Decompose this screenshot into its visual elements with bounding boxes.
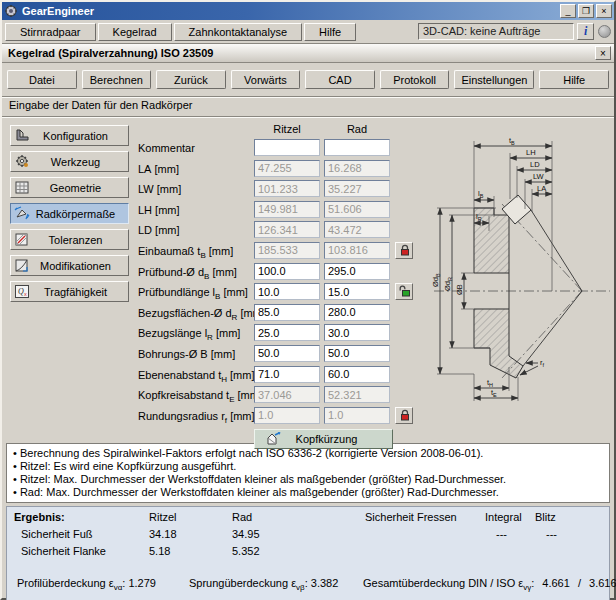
toolbar-datei[interactable]: Datei: [7, 70, 77, 89]
kommentar-ritzel-input[interactable]: [254, 139, 320, 156]
app-icon: [4, 4, 18, 18]
cad-status-field: 3D-CAD: keine Aufträge: [418, 23, 574, 40]
pruefbundlaenge-rad-input[interactable]: [324, 283, 390, 300]
sidebar-item-radkoerpermasse[interactable]: Radkörpermaße: [10, 203, 129, 224]
rundungsradius-lock-button[interactable]: [395, 407, 413, 424]
open-lock-icon: [399, 285, 411, 298]
toolbar-cad[interactable]: CAD: [305, 70, 375, 89]
minimize-button[interactable]: _: [560, 4, 576, 18]
bezugslaenge-rad-input[interactable]: [324, 324, 390, 341]
toolbar-einstellungen[interactable]: Einstellungen: [454, 70, 534, 89]
bezugsflaechen-d-rad-input[interactable]: [324, 304, 390, 321]
geometry-icon: [13, 180, 31, 196]
toolbar-zurueck[interactable]: Zurück: [156, 70, 226, 89]
frame-close-button[interactable]: ×: [595, 46, 611, 60]
dim-label-lB: lB: [478, 189, 484, 199]
gear-body-icon: [13, 206, 31, 222]
lh-ritzel-input: [254, 201, 320, 218]
form-column-headers: Ritzel Rad: [138, 119, 423, 139]
einbaumass-rad-input: [324, 242, 390, 259]
window-title: GearEngineer: [22, 5, 558, 17]
total-overlap: Gesamtüberdeckung DIN / ISO εvγ4.661 / 3…: [363, 577, 616, 592]
la-ritzel-input: [254, 160, 320, 177]
configuration-icon: [13, 128, 31, 144]
form-row-lw: LW [mm]: [138, 180, 423, 201]
form-row-la: LA [mm]: [138, 160, 423, 181]
dim-label-LW: LW: [533, 172, 545, 181]
kopfkuerzung-button[interactable]: Kopfkürzung: [254, 429, 393, 449]
menu-zahnkontaktanalyse[interactable]: Zahnkontaktanalyse: [174, 23, 302, 41]
form-row-lh: LH [mm]: [138, 201, 423, 222]
toolbar-protokoll[interactable]: Protokoll: [380, 70, 450, 89]
kommentar-rad-input[interactable]: [324, 139, 390, 156]
form-row-bezugslaenge: Bezugslänge lR [mm]: [138, 324, 423, 345]
form-row-pruefbundlaenge: Prüfbundlänge lB [mm]: [138, 283, 423, 304]
result-row-label: Sicherheit Fuß: [21, 528, 93, 540]
closed-lock-icon: [399, 244, 411, 257]
pruefbundlaenge-lock-button[interactable]: [395, 283, 413, 300]
ebenenabstand-rad-input[interactable]: [324, 366, 390, 383]
form-row-kommentar: Kommentar: [138, 139, 423, 160]
toolbar-vorwaerts[interactable]: Vorwärts: [231, 70, 301, 89]
results-col-rad: Rad: [232, 511, 252, 523]
results-col-fressen: Sicherheit Fressen: [365, 511, 457, 523]
results-col-integral: Integral: [485, 511, 522, 523]
svg-text:x: x: [24, 291, 27, 297]
tolerances-icon: [13, 232, 31, 248]
dim-label-B: ØB: [455, 284, 464, 295]
toolbar: Datei Berechnen Zurück Vorwärts CAD Prot…: [2, 63, 614, 96]
kopfkuerzung-icon: [265, 432, 281, 446]
dim-label-tE: tE: [491, 388, 497, 398]
lw-ritzel-input: [254, 180, 320, 197]
sidebar-item-konfiguration[interactable]: Konfiguration: [10, 125, 129, 146]
result-value: 34.18: [149, 528, 177, 540]
results-panel: Ergebnis: Ritzel Rad Sicherheit Fressen …: [6, 506, 610, 600]
dim-label-LA: LA: [537, 184, 546, 193]
result-value: ---: [546, 528, 557, 540]
bezugsflaechen-d-ritzel-input[interactable]: [254, 304, 320, 321]
form-row-bohrung: Bohrungs-Ø B [mm]: [138, 345, 423, 366]
lw-rad-input: [324, 180, 390, 197]
menu-kegelrad[interactable]: Kegelrad: [98, 23, 172, 41]
menu-stirnradpaar[interactable]: Stirnradpaar: [5, 23, 96, 41]
gear-body-drawing: tB LH LD LW LA lB lR ØdB ØdR ØB tH tE rf: [432, 119, 614, 431]
einbaumass-lock-button[interactable]: [395, 242, 413, 259]
sidebar-item-geometrie[interactable]: Geometrie: [10, 177, 129, 198]
pruefbund-d-ritzel-input[interactable]: [254, 263, 320, 280]
section-title: Eingabe der Daten für den Radkörper: [2, 96, 614, 117]
result-value: ---: [496, 528, 507, 540]
lh-rad-input: [324, 201, 390, 218]
result-value: 5.18: [149, 545, 170, 557]
pruefbundlaenge-ritzel-input[interactable]: [254, 283, 320, 300]
sidebar-item-werkzeug[interactable]: Werkzeug: [10, 151, 129, 172]
main-area: Konfiguration Werkzeug Geometrie Radkörp…: [2, 117, 614, 441]
menu-hilfe[interactable]: Hilfe: [304, 23, 356, 41]
sidebar-item-tragfaehigkeit[interactable]: Qx Tragfähigkeit: [10, 281, 129, 302]
closed-lock-icon: [399, 409, 411, 422]
maximize-button[interactable]: ❐: [578, 4, 594, 18]
rundungsradius-ritzel-input: [254, 407, 320, 424]
dim-label-tH: tH: [487, 378, 493, 388]
form-row-ld: LD [mm]: [138, 221, 423, 242]
sidebar-item-toleranzen[interactable]: Toleranzen: [10, 229, 129, 250]
dim-label-LD: LD: [530, 160, 540, 169]
la-rad-input: [324, 160, 390, 177]
sidebar-item-modifikationen[interactable]: Modifikationen: [10, 255, 129, 276]
tool-icon: [13, 154, 31, 170]
ebenenabstand-ritzel-input[interactable]: [254, 366, 320, 383]
toolbar-berechnen[interactable]: Berechnen: [82, 70, 152, 89]
bohrung-ritzel-input[interactable]: [254, 345, 320, 362]
rundungsradius-rad-input: [324, 407, 390, 424]
close-button[interactable]: ×: [596, 4, 612, 18]
bezugslaenge-ritzel-input[interactable]: [254, 324, 320, 341]
titlebar: GearEngineer _ ❐ ×: [2, 2, 614, 20]
toolbar-hilfe[interactable]: Hilfe: [539, 70, 609, 89]
form-row-bezugsflaechen-d: Bezugsflächen-Ø dR [mm]: [138, 304, 423, 325]
form-row-einbaumass: Einbaumaß tB [mm]: [138, 242, 423, 263]
results-title: Ergebnis:: [14, 511, 65, 523]
menubar: Stirnradpaar Kegelrad Zahnkontaktanalyse…: [2, 20, 614, 44]
bohrung-rad-input[interactable]: [324, 345, 390, 362]
status-indicator: [598, 25, 611, 38]
info-button[interactable]: i: [577, 23, 594, 40]
pruefbund-d-rad-input[interactable]: [324, 263, 390, 280]
